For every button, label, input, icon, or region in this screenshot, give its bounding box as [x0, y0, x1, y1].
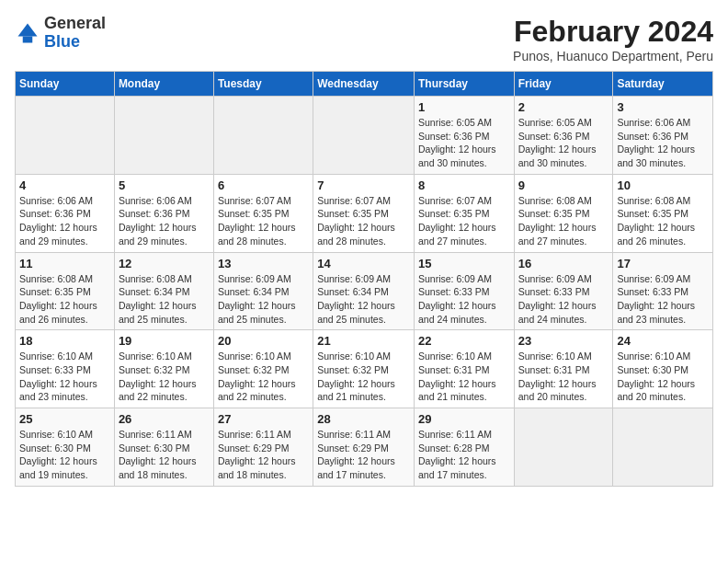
week-row-0: 1Sunrise: 6:05 AMSunset: 6:36 PMDaylight… [16, 97, 713, 175]
day-cell [613, 408, 713, 487]
day-of-week-tuesday: Tuesday [213, 72, 313, 97]
day-info: Sunrise: 6:09 AMSunset: 6:34 PMDaylight:… [317, 272, 410, 327]
day-info: Sunrise: 6:08 AMSunset: 6:35 PMDaylight:… [518, 194, 609, 248]
day-number: 15 [418, 257, 510, 270]
day-number: 18 [19, 334, 110, 348]
day-info: Sunrise: 6:11 AMSunset: 6:28 PMDaylight:… [418, 428, 510, 482]
day-cell: 15Sunrise: 6:09 AMSunset: 6:33 PMDayligh… [414, 252, 514, 330]
day-cell: 10Sunrise: 6:08 AMSunset: 6:35 PMDayligh… [613, 174, 713, 252]
day-number: 16 [518, 257, 609, 270]
day-cell: 14Sunrise: 6:09 AMSunset: 6:34 PMDayligh… [313, 252, 415, 330]
day-cell: 27Sunrise: 6:11 AMSunset: 6:29 PMDayligh… [213, 408, 313, 487]
day-cell: 13Sunrise: 6:09 AMSunset: 6:34 PMDayligh… [213, 252, 313, 330]
day-of-week-friday: Friday [514, 72, 613, 97]
day-number: 1 [418, 100, 510, 114]
day-info: Sunrise: 6:09 AMSunset: 6:33 PMDaylight:… [518, 272, 609, 327]
day-number: 14 [317, 257, 410, 270]
day-info: Sunrise: 6:11 AMSunset: 6:29 PMDaylight:… [218, 428, 309, 482]
calendar: SundayMondayTuesdayWednesdayThursdayFrid… [15, 71, 713, 487]
day-of-week-sunday: Sunday [16, 72, 115, 97]
logo-icon [15, 20, 40, 46]
day-info: Sunrise: 6:10 AMSunset: 6:31 PMDaylight:… [418, 350, 510, 404]
day-info: Sunrise: 6:07 AMSunset: 6:35 PMDaylight:… [218, 194, 309, 248]
day-number: 12 [119, 257, 210, 270]
week-row-3: 18Sunrise: 6:10 AMSunset: 6:33 PMDayligh… [16, 330, 713, 408]
day-info: Sunrise: 6:10 AMSunset: 6:32 PMDaylight:… [119, 350, 210, 404]
day-number: 13 [218, 257, 309, 270]
day-cell: 6Sunrise: 6:07 AMSunset: 6:35 PMDaylight… [213, 174, 313, 252]
day-info: Sunrise: 6:08 AMSunset: 6:35 PMDaylight:… [19, 272, 110, 327]
day-cell: 8Sunrise: 6:07 AMSunset: 6:35 PMDaylight… [414, 174, 514, 252]
day-cell: 24Sunrise: 6:10 AMSunset: 6:30 PMDayligh… [613, 330, 713, 408]
day-number: 3 [617, 100, 709, 114]
logo: General Blue [15, 15, 106, 52]
day-number: 28 [317, 412, 410, 426]
day-of-week-monday: Monday [114, 72, 213, 97]
day-number: 7 [317, 178, 410, 192]
month-year: February 2024 [513, 15, 713, 49]
day-number: 26 [119, 412, 210, 426]
week-row-4: 25Sunrise: 6:10 AMSunset: 6:30 PMDayligh… [16, 408, 713, 487]
day-cell: 3Sunrise: 6:06 AMSunset: 6:36 PMDaylight… [613, 97, 713, 175]
day-number: 20 [218, 334, 309, 348]
day-number: 17 [617, 257, 709, 270]
week-row-2: 11Sunrise: 6:08 AMSunset: 6:35 PMDayligh… [16, 252, 713, 330]
day-info: Sunrise: 6:07 AMSunset: 6:35 PMDaylight:… [317, 194, 410, 248]
day-number: 10 [617, 178, 709, 192]
day-cell: 28Sunrise: 6:11 AMSunset: 6:29 PMDayligh… [313, 408, 415, 487]
day-info: Sunrise: 6:11 AMSunset: 6:29 PMDaylight:… [317, 428, 410, 482]
day-info: Sunrise: 6:05 AMSunset: 6:36 PMDaylight:… [418, 116, 510, 170]
day-info: Sunrise: 6:08 AMSunset: 6:34 PMDaylight:… [119, 272, 210, 327]
day-cell: 12Sunrise: 6:08 AMSunset: 6:34 PMDayligh… [114, 252, 213, 330]
day-number: 25 [19, 412, 110, 426]
day-info: Sunrise: 6:10 AMSunset: 6:30 PMDaylight:… [617, 350, 709, 404]
day-info: Sunrise: 6:10 AMSunset: 6:33 PMDaylight:… [19, 350, 110, 404]
day-info: Sunrise: 6:06 AMSunset: 6:36 PMDaylight:… [19, 194, 110, 248]
day-number: 9 [518, 178, 609, 192]
day-cell [16, 97, 115, 175]
day-number: 29 [418, 412, 510, 426]
calendar-body: 1Sunrise: 6:05 AMSunset: 6:36 PMDaylight… [16, 97, 713, 487]
day-cell: 17Sunrise: 6:09 AMSunset: 6:33 PMDayligh… [613, 252, 713, 330]
title-section: February 2024 Punos, Huanuco Department,… [513, 15, 713, 63]
day-cell: 4Sunrise: 6:06 AMSunset: 6:36 PMDaylight… [16, 174, 115, 252]
day-number: 5 [119, 178, 210, 192]
day-info: Sunrise: 6:09 AMSunset: 6:33 PMDaylight:… [617, 272, 709, 327]
day-cell: 21Sunrise: 6:10 AMSunset: 6:32 PMDayligh… [313, 330, 415, 408]
day-info: Sunrise: 6:06 AMSunset: 6:36 PMDaylight:… [119, 194, 210, 248]
day-info: Sunrise: 6:09 AMSunset: 6:34 PMDaylight:… [218, 272, 309, 327]
header-row: SundayMondayTuesdayWednesdayThursdayFrid… [16, 72, 713, 97]
day-number: 2 [518, 100, 609, 114]
day-number: 21 [317, 334, 410, 348]
day-number: 4 [19, 178, 110, 192]
day-info: Sunrise: 6:10 AMSunset: 6:32 PMDaylight:… [317, 350, 410, 404]
day-cell: 2Sunrise: 6:05 AMSunset: 6:36 PMDaylight… [514, 97, 613, 175]
day-info: Sunrise: 6:10 AMSunset: 6:30 PMDaylight:… [19, 428, 110, 482]
svg-rect-1 [23, 36, 33, 42]
day-cell: 9Sunrise: 6:08 AMSunset: 6:35 PMDaylight… [514, 174, 613, 252]
day-number: 24 [617, 334, 709, 348]
week-row-1: 4Sunrise: 6:06 AMSunset: 6:36 PMDaylight… [16, 174, 713, 252]
day-cell: 5Sunrise: 6:06 AMSunset: 6:36 PMDaylight… [114, 174, 213, 252]
day-info: Sunrise: 6:11 AMSunset: 6:30 PMDaylight:… [119, 428, 210, 482]
day-of-week-saturday: Saturday [613, 72, 713, 97]
day-cell: 19Sunrise: 6:10 AMSunset: 6:32 PMDayligh… [114, 330, 213, 408]
day-cell: 22Sunrise: 6:10 AMSunset: 6:31 PMDayligh… [414, 330, 514, 408]
day-cell [313, 97, 415, 175]
page-header: General Blue February 2024 Punos, Huanuc… [15, 15, 713, 63]
logo-blue: Blue [44, 32, 80, 51]
day-info: Sunrise: 6:05 AMSunset: 6:36 PMDaylight:… [518, 116, 609, 170]
day-info: Sunrise: 6:09 AMSunset: 6:33 PMDaylight:… [418, 272, 510, 327]
location: Punos, Huanuco Department, Peru [513, 49, 713, 63]
day-number: 6 [218, 178, 309, 192]
day-cell: 16Sunrise: 6:09 AMSunset: 6:33 PMDayligh… [514, 252, 613, 330]
day-cell [213, 97, 313, 175]
day-cell: 20Sunrise: 6:10 AMSunset: 6:32 PMDayligh… [213, 330, 313, 408]
day-number: 23 [518, 334, 609, 348]
day-cell [514, 408, 613, 487]
day-cell [114, 97, 213, 175]
day-info: Sunrise: 6:08 AMSunset: 6:35 PMDaylight:… [617, 194, 709, 248]
day-cell: 18Sunrise: 6:10 AMSunset: 6:33 PMDayligh… [16, 330, 115, 408]
logo-general: General [44, 14, 106, 32]
day-number: 8 [418, 178, 510, 192]
